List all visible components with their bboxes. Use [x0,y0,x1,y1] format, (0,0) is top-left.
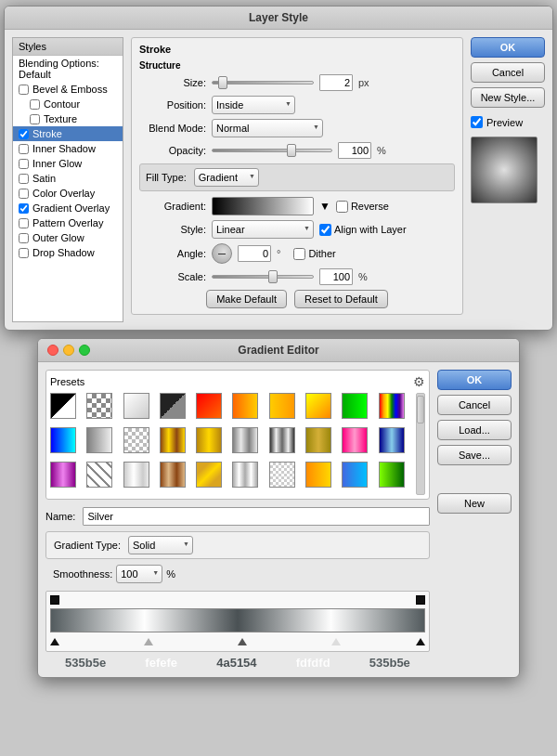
gradient-dropdown-icon[interactable]: ▼ [319,200,330,213]
new-style-button[interactable]: New Style... [471,87,545,108]
bevel-checkbox[interactable] [19,85,29,95]
gradient-overlay-checkbox[interactable] [19,203,29,214]
zoom-button-traffic[interactable] [79,345,90,356]
sidebar-item-satin[interactable]: Satin [13,171,123,186]
preset-swatch[interactable] [196,393,222,419]
preset-swatch[interactable] [232,427,258,453]
preset-swatch[interactable] [342,393,368,419]
preset-swatch[interactable] [379,462,405,488]
preset-swatch[interactable] [269,393,295,419]
preset-swatch[interactable] [123,427,149,453]
color-stop-1[interactable] [144,638,153,645]
preset-swatch[interactable] [342,462,368,488]
reverse-checkbox[interactable] [336,201,348,213]
opacity-input[interactable] [338,142,371,159]
sidebar-item-inner-glow[interactable]: Inner Glow [13,156,123,171]
sidebar-item-blending[interactable]: Blending Options: Default [13,56,123,82]
sidebar-item-gradient-overlay[interactable]: Gradient Overlay [13,201,123,215]
blend-mode-select[interactable]: Normal Multiply Screen [212,119,323,137]
preset-swatch[interactable] [50,462,76,488]
preset-swatch[interactable] [123,393,149,419]
preset-swatch[interactable] [269,427,295,453]
close-button-traffic[interactable] [47,345,58,356]
opacity-slider-thumb[interactable] [287,144,296,157]
size-slider[interactable] [212,81,314,85]
cancel-button[interactable]: Cancel [471,62,545,83]
outer-glow-checkbox[interactable] [19,233,29,243]
preset-swatch[interactable] [196,462,222,488]
gradient-main-bar[interactable] [50,608,425,632]
sidebar-item-texture[interactable]: Texture [13,111,123,126]
contour-checkbox[interactable] [30,99,40,110]
preset-swatch[interactable] [305,393,331,419]
scale-input[interactable] [319,268,353,285]
preset-swatch[interactable] [86,462,112,488]
gradient-type-select[interactable]: Solid Noise [128,536,193,554]
pattern-overlay-checkbox[interactable] [19,218,29,228]
name-input[interactable] [83,507,430,526]
reset-to-default-button[interactable]: Reset to Default [294,290,388,308]
size-slider-thumb[interactable] [218,76,227,89]
minimize-button-traffic[interactable] [63,345,74,356]
preset-swatch[interactable] [160,393,186,419]
ge-load-button[interactable]: Load... [437,420,512,440]
ok-button[interactable]: OK [471,37,545,58]
preset-swatch[interactable] [196,427,222,453]
preset-swatch[interactable] [232,462,258,488]
sidebar-item-stroke[interactable]: Stroke [13,126,123,141]
satin-checkbox[interactable] [19,174,29,184]
color-stop-3[interactable] [331,638,341,645]
gradient-preview[interactable] [212,197,314,215]
ge-cancel-button[interactable]: Cancel [437,395,512,415]
preset-swatch[interactable] [305,462,331,488]
smoothness-select[interactable]: 100 [116,565,162,583]
presets-scrollbar[interactable] [416,393,425,495]
make-default-button[interactable]: Make Default [206,290,287,308]
drop-shadow-checkbox[interactable] [19,248,29,258]
ge-save-button[interactable]: Save... [437,445,512,465]
sidebar-item-bevel[interactable]: Bevel & Emboss [13,82,123,97]
preset-swatch[interactable] [50,427,76,453]
color-stop-0[interactable] [50,638,59,645]
dither-checkbox[interactable] [293,248,305,260]
sidebar-item-pattern-overlay[interactable]: Pattern Overlay [13,215,123,230]
color-overlay-checkbox[interactable] [19,189,29,199]
opacity-stop-left[interactable] [50,595,59,605]
preset-swatch[interactable] [123,462,149,488]
scale-slider[interactable] [212,275,314,279]
fill-type-select[interactable]: Gradient Color Pattern [194,168,259,187]
preset-swatch[interactable] [232,393,258,419]
position-select[interactable]: Inside Outside Center [212,96,295,114]
preset-swatch[interactable] [160,462,186,488]
ge-new-button[interactable]: New [437,493,512,514]
ge-ok-button[interactable]: OK [437,370,512,390]
preset-swatch[interactable] [342,427,368,453]
preset-swatch[interactable] [86,427,112,453]
color-stop-4[interactable] [416,638,425,645]
sidebar-item-drop-shadow[interactable]: Drop Shadow [13,245,123,260]
size-input[interactable] [319,74,353,91]
texture-checkbox[interactable] [30,114,40,124]
opacity-stop-right[interactable] [416,595,425,605]
preset-swatch[interactable] [269,462,295,488]
angle-dial[interactable] [212,243,232,264]
sidebar-item-outer-glow[interactable]: Outer Glow [13,230,123,245]
presets-gear-button[interactable]: ⚙ [413,374,425,389]
scale-slider-thumb[interactable] [268,270,278,283]
angle-input[interactable] [238,245,271,262]
preset-swatch[interactable] [160,427,186,453]
align-with-layer-checkbox[interactable] [319,224,331,236]
style-select[interactable]: Linear Radial Angle Reflected Diamond [212,220,314,239]
inner-glow-checkbox[interactable] [19,159,29,169]
preset-swatch[interactable] [86,393,112,419]
scrollbar-thumb[interactable] [417,396,424,424]
sidebar-item-color-overlay[interactable]: Color Overlay [13,186,123,201]
sidebar-item-inner-shadow[interactable]: Inner Shadow [13,141,123,156]
preset-swatch[interactable] [50,393,76,419]
sidebar-item-contour[interactable]: Contour [13,97,123,111]
preset-swatch[interactable] [379,427,405,453]
inner-shadow-checkbox[interactable] [19,144,29,154]
stroke-checkbox[interactable] [19,129,29,139]
preset-swatch[interactable] [379,393,405,419]
color-stop-2[interactable] [238,638,247,645]
